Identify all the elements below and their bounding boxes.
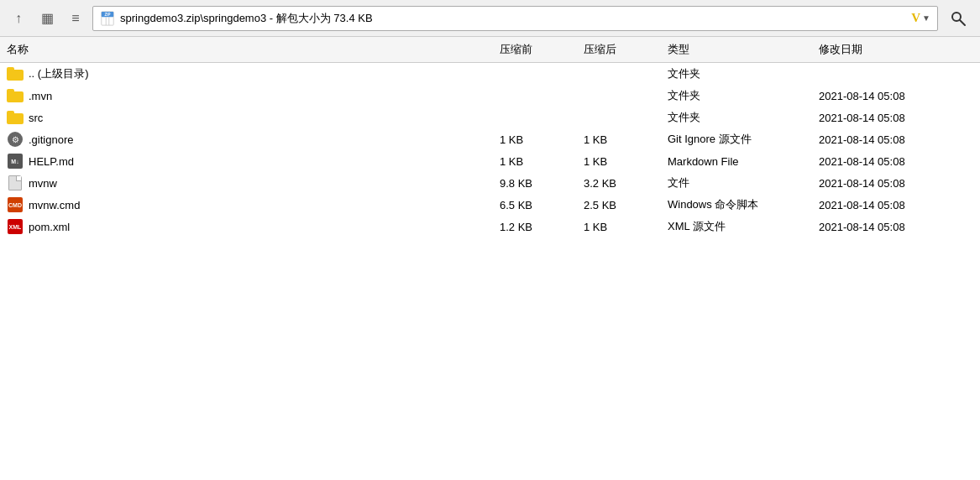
file-modified: 2021-08-14 05:08 (812, 197, 980, 213)
cmd-icon: CMD (8, 197, 23, 212)
file-type: Windows 命令脚本 (661, 196, 812, 214)
file-name-cell: .mvn (0, 86, 493, 105)
gear-icon: ⚙ (8, 132, 23, 147)
file-icon-wrapper: ⚙ (7, 132, 24, 147)
file-type: Git Ignore 源文件 (661, 130, 812, 149)
file-icon-wrapper: XML (7, 219, 24, 234)
file-type: 文件夹 (661, 65, 812, 83)
file-name: .. (上级目录) (29, 66, 89, 81)
file-size-after: 2.5 KB (577, 197, 661, 213)
table-row[interactable]: ⚙ .gitignore 1 KB 1 KB Git Ignore 源文件 20… (0, 128, 980, 150)
content-area: 名称 压缩前 压缩后 类型 修改日期 .. (上级目录) 文件夹 .mvn 文件… (0, 37, 980, 480)
file-list: .. (上级目录) 文件夹 .mvn 文件夹 2021-08-14 05:08 … (0, 63, 980, 480)
file-size-before: 1 KB (493, 132, 577, 148)
file-type: XML 源文件 (661, 217, 812, 236)
markdown-icon: M↓ (8, 154, 23, 169)
folder-icon (7, 111, 24, 124)
file-name-cell: src (0, 108, 493, 127)
table-row[interactable]: XML pom.xml 1.2 KB 1 KB XML 源文件 2021-08-… (0, 216, 980, 237)
file-size-after (577, 116, 661, 119)
address-text: springdemo3.zip\springdemo3 - 解包大小为 73.4… (120, 11, 906, 26)
search-icon (950, 10, 967, 27)
file-type: 文件夹 (661, 86, 812, 105)
folder-icon (7, 89, 24, 102)
search-button[interactable] (943, 6, 973, 31)
file-size-before (493, 72, 577, 76)
file-type: 文件夹 (661, 108, 812, 127)
table-row[interactable]: mvnw 9.8 KB 3.2 KB 文件 2021-08-14 05:08 (0, 172, 980, 194)
zip-icon: ZIP (100, 11, 115, 26)
col-header-name: 名称 (0, 40, 493, 59)
file-name-cell: CMD mvnw.cmd (0, 196, 493, 214)
file-name-cell: M↓ HELP.md (0, 152, 493, 170)
file-icon-wrapper (7, 175, 24, 190)
file-size-after: 1 KB (577, 219, 661, 235)
file-modified (812, 72, 980, 76)
file-size-after: 1 KB (577, 154, 661, 170)
address-dropdown[interactable]: V ▼ (911, 11, 930, 25)
file-name-cell: .. (上级目录) (0, 65, 493, 83)
file-name-cell: mvnw (0, 174, 493, 192)
file-size-before: 1.2 KB (493, 219, 577, 235)
file-size-before (493, 94, 577, 97)
table-row[interactable]: src 文件夹 2021-08-14 05:08 (0, 107, 980, 128)
toolbar: ↑ ▦ ≡ ZIP springdemo3.zip\springdemo3 - … (0, 0, 980, 37)
file-size-after (577, 94, 661, 97)
file-name: mvnw (29, 177, 57, 190)
col-header-type: 类型 (661, 40, 812, 59)
v-logo: V (911, 11, 920, 25)
file-size-before: 1 KB (493, 154, 577, 170)
file-name: .gitignore (29, 133, 73, 146)
file-size-after: 3.2 KB (577, 175, 661, 191)
column-headers: 名称 压缩前 压缩后 类型 修改日期 (0, 37, 980, 63)
file-name: pom.xml (29, 221, 70, 233)
table-row[interactable]: M↓ HELP.md 1 KB 1 KB Markdown File 2021-… (0, 150, 980, 172)
file-modified: 2021-08-14 05:08 (812, 110, 980, 126)
file-name: .mvn (29, 90, 52, 102)
file-name: src (29, 112, 43, 124)
file-icon-wrapper (7, 110, 24, 125)
file-type: 文件 (661, 174, 812, 192)
table-row[interactable]: .. (上级目录) 文件夹 (0, 63, 980, 85)
file-name-cell: XML pom.xml (0, 217, 493, 236)
file-modified: 2021-08-14 05:08 (812, 88, 980, 104)
file-icon-wrapper (7, 88, 24, 103)
file-name-cell: ⚙ .gitignore (0, 130, 493, 149)
folder-icon (7, 67, 24, 81)
address-bar: ZIP springdemo3.zip\springdemo3 - 解包大小为 … (92, 6, 938, 31)
svg-text:ZIP: ZIP (104, 13, 110, 17)
file-name: mvnw.cmd (29, 199, 80, 211)
file-type: Markdown File (661, 154, 812, 170)
col-header-after: 压缩后 (577, 40, 661, 59)
file-modified: 2021-08-14 05:08 (812, 154, 980, 170)
file-icon (8, 175, 22, 190)
col-header-before: 压缩前 (493, 40, 577, 59)
table-row[interactable]: CMD mvnw.cmd 6.5 KB 2.5 KB Windows 命令脚本 … (0, 194, 980, 216)
file-size-after (577, 72, 661, 76)
file-icon-wrapper: CMD (7, 197, 24, 212)
col-header-modified: 修改日期 (812, 40, 980, 59)
up-button[interactable]: ↑ (7, 7, 30, 30)
file-name: HELP.md (29, 155, 74, 168)
file-icon-wrapper (7, 66, 24, 81)
view-list-button[interactable]: ≡ (64, 7, 87, 30)
file-modified: 2021-08-14 05:08 (812, 132, 980, 148)
dropdown-arrow-icon: ▼ (922, 13, 930, 23)
file-size-before: 6.5 KB (493, 197, 577, 213)
file-size-before: 9.8 KB (493, 175, 577, 191)
view-grid-button[interactable]: ▦ (35, 7, 59, 30)
file-size-after: 1 KB (577, 132, 661, 148)
file-modified: 2021-08-14 05:08 (812, 175, 980, 191)
file-modified: 2021-08-14 05:08 (812, 219, 980, 235)
file-size-before (493, 116, 577, 119)
svg-line-6 (960, 20, 965, 25)
file-icon-wrapper: M↓ (7, 154, 24, 169)
xml-icon: XML (8, 219, 23, 234)
table-row[interactable]: .mvn 文件夹 2021-08-14 05:08 (0, 85, 980, 107)
